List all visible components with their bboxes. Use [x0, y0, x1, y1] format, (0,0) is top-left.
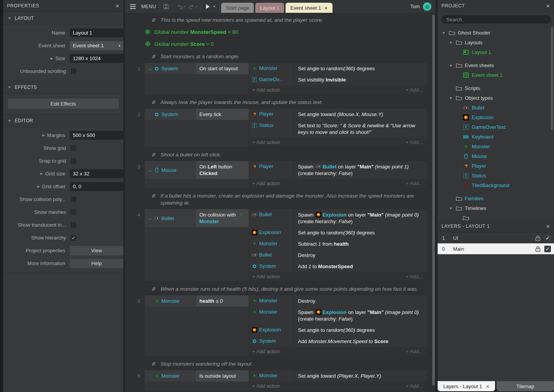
- tree-expand-arrow-icon[interactable]: ▼: [448, 41, 453, 45]
- action-object[interactable]: Player: [249, 161, 294, 179]
- action-text[interactable]: Destroy: [294, 250, 427, 261]
- tree-item-keyboard[interactable]: Keyboard: [438, 132, 554, 142]
- condition-row[interactable]: Monsterhealth ≤ 0: [145, 295, 249, 307]
- add-action-link[interactable]: + Add action: [252, 383, 280, 389]
- action-object[interactable]: System: [249, 336, 294, 347]
- layer-visibility-checkbox[interactable]: ✓: [544, 235, 551, 241]
- event-block[interactable]: 2SystemEvery tickPlayerSet angle toward …: [145, 109, 427, 147]
- action-object[interactable]: Bullet: [249, 209, 294, 227]
- condition-text[interactable]: On collision with Monster: [196, 209, 249, 227]
- event-sheet-select[interactable]: Event sheet 1▾: [70, 41, 123, 50]
- event-block[interactable]: 5Monsterhealth ≤ 0MonsterDestroyMonsterS…: [145, 295, 427, 356]
- search-input[interactable]: [441, 15, 551, 24]
- add-link[interactable]: + Add...: [406, 383, 423, 389]
- play-dropdown-caret[interactable]: ▾: [213, 5, 215, 8]
- tree-item-mouse[interactable]: Mouse: [438, 151, 554, 161]
- tree-item-player[interactable]: Player: [438, 161, 554, 171]
- expander-icon[interactable]: ▶: [42, 134, 45, 137]
- grid-offset-field[interactable]: 0, 0: [70, 182, 123, 191]
- event-comment[interactable]: //Always look the player towards the mou…: [152, 99, 420, 106]
- tree-item-explosion[interactable]: Explosion: [438, 113, 554, 122]
- snap-to-grid-checkbox[interactable]: [71, 158, 76, 164]
- action-object[interactable]: TGameOv...: [249, 74, 294, 85]
- event-comment[interactable]: //This is the speed new monsters are spa…: [152, 17, 420, 24]
- action-text[interactable]: Spawn Explosion on layer "Main" (image p…: [294, 307, 427, 324]
- action-object[interactable]: Monster: [249, 307, 294, 324]
- condition-object[interactable]: Monster: [145, 295, 196, 307]
- add-link[interactable]: + Add...: [406, 274, 423, 279]
- expander-icon[interactable]: ▶: [50, 57, 53, 60]
- action-text[interactable]: Set angle to random(360) degrees: [294, 63, 427, 74]
- tree-expand-arrow-icon[interactable]: ▼: [448, 64, 453, 68]
- view-button[interactable]: View: [70, 246, 123, 255]
- action-object[interactable]: Monster: [249, 370, 294, 382]
- layer-row-main[interactable]: 0Main✓: [438, 243, 554, 254]
- scrollbar-thumb[interactable]: [432, 15, 435, 385]
- expander-icon[interactable]: ▶: [40, 172, 43, 175]
- add-action-link[interactable]: + Add action: [252, 180, 280, 186]
- close-icon[interactable]: ×: [486, 383, 490, 389]
- menu-button[interactable]: MENU: [125, 4, 156, 9]
- action-row[interactable]: PlayerSet angle toward (Mouse.X, Mouse.Y…: [249, 109, 427, 120]
- action-row[interactable]: ExplosionSet angle to random(360) degree…: [249, 324, 427, 336]
- close-icon[interactable]: ×: [324, 5, 328, 11]
- tree-item-scripts[interactable]: Scripts: [438, 83, 554, 93]
- condition-object[interactable]: Monster: [145, 370, 196, 382]
- tree-item-bullet[interactable]: Bullet: [438, 103, 554, 113]
- section-header-editor[interactable]: ▼EDITOR: [3, 114, 123, 127]
- event-block[interactable]: 6MonsterIs outside layoutMonsterSet angl…: [145, 370, 427, 390]
- show-hierarchy-checkbox[interactable]: ✓: [71, 235, 76, 241]
- condition-object[interactable]: →Mouse: [145, 161, 196, 179]
- event-block[interactable]: 1→SystemOn start of layoutMonsterSet ang…: [145, 63, 427, 94]
- action-row[interactable]: SystemAdd 1 to MonsterSpeed: [249, 261, 427, 272]
- avatar[interactable]: [423, 2, 431, 11]
- show-collision-poly-checkbox[interactable]: [71, 196, 76, 202]
- show-grid-checkbox[interactable]: [71, 145, 76, 151]
- condition-object[interactable]: →Bullet: [145, 209, 196, 227]
- action-row[interactable]: PlayerSpawn Bullet on layer "Main" (imag…: [249, 161, 427, 179]
- tree-item-item[interactable]: [438, 213, 554, 220]
- tree-expand-arrow-icon[interactable]: ▼: [441, 31, 446, 35]
- action-row[interactable]: MonsterSet angle to random(360) degrees: [249, 63, 427, 74]
- margins-field[interactable]: 500 x 500: [70, 131, 123, 140]
- lock-icon[interactable]: [535, 235, 541, 241]
- add-link[interactable]: + Add...: [406, 139, 423, 145]
- action-object[interactable]: Explosion: [249, 227, 294, 238]
- event-comment[interactable]: //Stop monsters wandering off the layout…: [152, 361, 420, 368]
- condition-text[interactable]: On start of layout: [196, 63, 249, 74]
- show-meshes-checkbox[interactable]: [71, 209, 76, 215]
- add-action-link[interactable]: + Add action: [252, 87, 280, 93]
- tab-start-page[interactable]: Start page: [221, 3, 254, 13]
- event-comment[interactable]: //If a bullet hits a monster, create an …: [152, 193, 420, 206]
- event-comment[interactable]: //Start monsters at a random angle.: [152, 53, 420, 60]
- condition-text[interactable]: On Left button Clicked: [196, 161, 249, 179]
- account-button[interactable]: Tom: [410, 2, 435, 11]
- grid-size-field[interactable]: 32 x 32: [70, 169, 123, 178]
- condition-object[interactable]: System: [145, 109, 196, 120]
- tree-expand-arrow-icon[interactable]: ▼: [448, 206, 453, 210]
- add-link[interactable]: + Add...: [406, 180, 423, 186]
- condition-row[interactable]: →BulletOn collision with Monster: [145, 209, 249, 227]
- condition-row[interactable]: →MouseOn Left button Clicked: [145, 161, 249, 179]
- action-object[interactable]: TStatus: [249, 120, 294, 138]
- action-row[interactable]: TGameOv...Set visibility Invisible: [249, 74, 427, 85]
- global-variable-row[interactable]: Global number Score = 0: [145, 38, 435, 49]
- condition-object[interactable]: →System: [145, 63, 196, 74]
- action-row[interactable]: BulletSpawn Explosion on layer "Main" (i…: [249, 209, 427, 227]
- save-button[interactable]: [163, 3, 170, 10]
- tree-item-object-types[interactable]: ▼Object types: [438, 93, 554, 103]
- redo-dropdown-caret[interactable]: ▾: [196, 5, 197, 8]
- condition-text[interactable]: Every tick: [196, 109, 249, 120]
- add-link[interactable]: + Add...: [406, 87, 423, 93]
- action-text[interactable]: Add 1 to MonsterSpeed: [294, 261, 427, 272]
- layer-visibility-checkbox[interactable]: ✓: [544, 246, 551, 252]
- tree-item-event-sheets[interactable]: ▼Event sheets: [438, 61, 554, 70]
- size-field[interactable]: 1280 x 1024: [70, 54, 123, 63]
- action-object[interactable]: Monster: [249, 295, 294, 307]
- action-text[interactable]: Spawn Explosion on layer "Main" (image p…: [294, 209, 427, 227]
- action-text[interactable]: Set angle to random(360) degrees: [294, 324, 427, 336]
- edit-effects-button[interactable]: Edit Effects: [8, 99, 119, 109]
- expander-icon[interactable]: ▶: [37, 185, 40, 188]
- global-variable-row[interactable]: Global number MonsterSpeed = 80: [145, 26, 435, 37]
- bottom-tab-layers-layout-1[interactable]: Layers - Layout 1×: [438, 381, 495, 391]
